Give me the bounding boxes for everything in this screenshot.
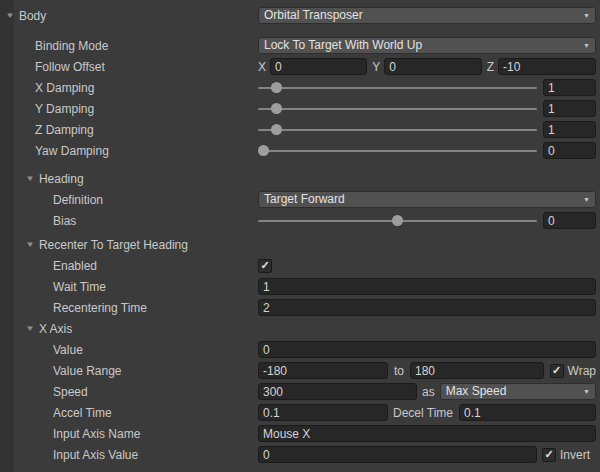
binding-mode-label: Binding Mode: [35, 35, 108, 56]
dropdown-arrow-icon: ▼: [583, 388, 590, 395]
body-type-dropdown[interactable]: Orbital Transposer ▼: [258, 7, 596, 24]
y-damping-field[interactable]: [543, 100, 596, 117]
x-damping-field[interactable]: [543, 79, 596, 96]
follow-offset-label: Follow Offset: [35, 56, 105, 77]
body-section: ▼ Body Orbital Transposer ▼ Binding Mode…: [0, 5, 600, 465]
wait-time-label: Wait Time: [53, 276, 106, 297]
foldout-x-axis[interactable]: ▼ X Axis: [26, 318, 72, 339]
axis-z-label: Z: [487, 60, 494, 74]
follow-offset-row: Follow Offset X Y Z: [0, 56, 600, 77]
definition-row: Definition Target Forward ▼: [0, 189, 600, 210]
body-label: Body: [19, 9, 46, 23]
decel-time-field[interactable]: [459, 404, 596, 421]
enabled-row: Enabled ✓: [0, 255, 600, 276]
input-axis-value-row: Input Axis Value ✓ Invert: [0, 444, 600, 465]
axis-y-label: Y: [372, 60, 380, 74]
speed-mode-value: Max Speed: [446, 384, 579, 399]
slider-track: [258, 129, 537, 131]
z-damping-label: Z Damping: [35, 119, 94, 140]
wrap-checkbox[interactable]: ✓: [550, 364, 564, 378]
z-damping-slider[interactable]: [258, 121, 537, 138]
accel-time-row: Accel Time Decel Time: [0, 402, 600, 423]
enabled-label: Enabled: [53, 255, 97, 276]
x-damping-slider[interactable]: [258, 79, 537, 96]
definition-dropdown[interactable]: Target Forward ▼: [258, 191, 596, 208]
dropdown-arrow-icon: ▼: [583, 42, 590, 49]
bias-row: Bias: [0, 210, 600, 231]
bias-slider[interactable]: [258, 212, 537, 229]
value-range-min-field[interactable]: [258, 362, 388, 379]
yaw-damping-row: Yaw Damping: [0, 140, 600, 161]
accel-time-field[interactable]: [258, 404, 388, 421]
slider-track: [258, 108, 537, 110]
slider-track: [258, 87, 537, 89]
x-damping-handle[interactable]: [271, 82, 282, 93]
invert-label: Invert: [560, 448, 590, 462]
speed-label: Speed: [53, 381, 88, 402]
input-axis-name-label: Input Axis Name: [53, 423, 140, 444]
y-damping-slider[interactable]: [258, 100, 537, 117]
decel-time-label: Decel Time: [393, 406, 453, 420]
x-axis-label: X Axis: [39, 322, 72, 336]
x-damping-row: X Damping: [0, 77, 600, 98]
enabled-checkbox[interactable]: ✓: [258, 259, 272, 273]
z-damping-row: Z Damping: [0, 119, 600, 140]
yaw-damping-field[interactable]: [543, 142, 596, 159]
definition-value: Target Forward: [264, 192, 579, 207]
bias-label: Bias: [53, 210, 76, 231]
heading-header-row: ▼ Heading: [0, 168, 600, 189]
value-range-row: Value Range to ✓ Wrap: [0, 360, 600, 381]
value-row: Value: [0, 339, 600, 360]
foldout-body[interactable]: ▼ Body: [6, 5, 46, 26]
recentering-time-row: Recentering Time: [0, 297, 600, 318]
check-icon: ✓: [544, 449, 553, 460]
wait-time-row: Wait Time: [0, 276, 600, 297]
x-damping-label: X Damping: [35, 77, 94, 98]
value-label: Value: [53, 339, 83, 360]
z-damping-handle[interactable]: [271, 124, 282, 135]
yaw-damping-label: Yaw Damping: [35, 140, 109, 161]
yaw-damping-handle[interactable]: [258, 145, 269, 156]
input-axis-name-row: Input Axis Name: [0, 423, 600, 444]
inspector-panel: ▼ Body Orbital Transposer ▼ Binding Mode…: [0, 0, 600, 472]
bias-field[interactable]: [543, 212, 596, 229]
yaw-damping-slider[interactable]: [258, 142, 537, 159]
dropdown-arrow-icon: ▼: [583, 196, 590, 203]
follow-offset-x-field[interactable]: [270, 58, 367, 75]
foldout-recenter-to-target-heading[interactable]: ▼ Recenter To Target Heading: [26, 234, 188, 255]
recenter-label: Recenter To Target Heading: [39, 238, 188, 252]
y-damping-row: Y Damping: [0, 98, 600, 119]
value-range-max-field[interactable]: [410, 362, 544, 379]
input-axis-value-field[interactable]: [258, 446, 537, 463]
foldout-heading[interactable]: ▼ Heading: [26, 168, 84, 189]
speed-mode-dropdown[interactable]: Max Speed ▼: [440, 383, 596, 400]
axis-x-label: X: [258, 60, 266, 74]
to-label: to: [394, 364, 404, 378]
bias-handle[interactable]: [392, 215, 403, 226]
z-damping-field[interactable]: [543, 121, 596, 138]
dropdown-arrow-icon: ▼: [583, 12, 590, 19]
binding-mode-row: Binding Mode Lock To Target With World U…: [0, 35, 600, 56]
check-icon: ✓: [260, 260, 269, 271]
invert-checkbox[interactable]: ✓: [542, 448, 556, 462]
recenter-header-row: ▼ Recenter To Target Heading: [0, 234, 600, 255]
binding-mode-dropdown[interactable]: Lock To Target With World Up ▼: [258, 37, 596, 54]
speed-field[interactable]: [258, 383, 417, 400]
foldout-arrow-icon: ▼: [25, 324, 35, 333]
value-range-label: Value Range: [53, 360, 122, 381]
heading-label: Heading: [39, 172, 84, 186]
x-axis-header-row: ▼ X Axis: [0, 318, 600, 339]
foldout-arrow-icon: ▼: [5, 11, 15, 20]
follow-offset-y-field[interactable]: [384, 58, 481, 75]
y-damping-label: Y Damping: [35, 98, 94, 119]
body-type-value: Orbital Transposer: [264, 8, 579, 23]
input-axis-value-label: Input Axis Value: [53, 444, 138, 465]
value-field[interactable]: [258, 341, 596, 358]
wait-time-field[interactable]: [258, 278, 596, 295]
definition-label: Definition: [53, 189, 103, 210]
y-damping-handle[interactable]: [271, 103, 282, 114]
body-header-row: ▼ Body Orbital Transposer ▼: [0, 5, 600, 26]
recentering-time-field[interactable]: [258, 299, 596, 316]
follow-offset-z-field[interactable]: [498, 58, 596, 75]
input-axis-name-field[interactable]: [258, 425, 596, 442]
